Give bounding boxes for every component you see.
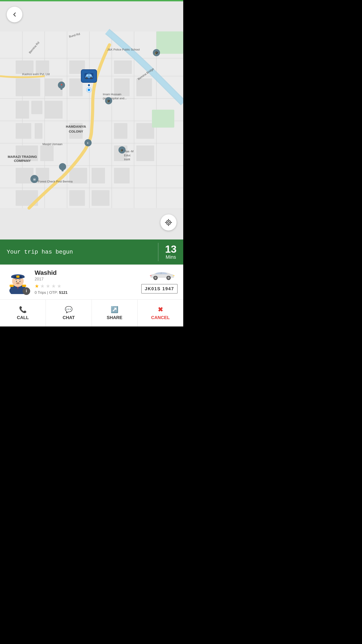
separator: | (47, 290, 49, 295)
share-label: SHARE (107, 315, 122, 320)
svg-point-100 (19, 281, 20, 282)
otp-label: OTP: (49, 290, 58, 295)
car-marker-dot (87, 84, 91, 87)
svg-rect-34 (136, 78, 152, 96)
svg-text:🎓: 🎓 (120, 149, 124, 152)
svg-text:Educ: Educ (124, 154, 131, 157)
star-4: ★ (51, 283, 56, 289)
star-2: ★ (40, 283, 45, 289)
svg-rect-102 (22, 285, 26, 287)
svg-point-84 (86, 78, 87, 78)
trip-banner: Your trip has begun 13 Mins (0, 240, 183, 264)
vehicle-info: JK01S 1947 (141, 270, 178, 294)
svg-point-105 (154, 276, 157, 279)
svg-text:Instit: Instit (124, 158, 130, 161)
cancel-label: CANCEL (151, 315, 170, 320)
trip-message: Your trip has begun (0, 240, 158, 264)
svg-text:Kashco exim Pvt. Ltd: Kashco exim Pvt. Ltd (22, 72, 50, 76)
trip-eta: 13 Mins (158, 240, 183, 264)
star-1: ★ (35, 283, 39, 289)
cancel-button[interactable]: ✖ CANCEL (138, 300, 183, 326)
trip-message-text: Your trip has begun (7, 249, 73, 255)
svg-rect-39 (136, 146, 154, 161)
svg-rect-37 (136, 123, 154, 139)
driver-stars: ★ ★ ★ ★ ★ (35, 283, 137, 289)
svg-text:MARAZI TRADING: MARAZI TRADING (8, 155, 37, 158)
trip-eta-unit: Mins (166, 254, 176, 260)
car-marker-box (81, 69, 97, 83)
svg-text:📍: 📍 (60, 84, 63, 87)
chat-button[interactable]: 💬 CHAT (46, 300, 92, 326)
call-label: CALL (17, 315, 28, 320)
svg-rect-26 (40, 146, 54, 161)
svg-rect-31 (114, 60, 132, 74)
svg-text:J&K Police Public School: J&K Police Public School (107, 48, 140, 51)
svg-point-74 (59, 163, 66, 170)
car-marker (81, 69, 97, 92)
svg-rect-17 (36, 60, 49, 74)
action-bar: 📞 CALL 💬 CHAT ↗️ SHARE ✖ CANCEL (0, 300, 183, 326)
svg-point-67 (60, 88, 62, 90)
driver-details: Washid 2017 ★ ★ ★ ★ ★ 0 Trips | OTP: 512… (35, 269, 137, 295)
progress-bar (0, 0, 183, 1)
driver-section: i Washid 2017 ★ ★ ★ ★ ★ 0 Trips | OTP: 5… (0, 264, 183, 300)
svg-point-108 (173, 275, 175, 276)
trips-count: 0 Trips (35, 290, 46, 295)
svg-text:HAMDANIYA: HAMDANIYA (66, 124, 86, 128)
svg-rect-24 (35, 123, 42, 139)
position-dot (87, 88, 91, 92)
svg-rect-42 (114, 168, 130, 184)
svg-text:Masjid Usmaan: Masjid Usmaan (42, 142, 62, 146)
star-3: ★ (46, 283, 50, 289)
svg-rect-96 (16, 276, 19, 278)
svg-rect-27 (16, 168, 33, 184)
svg-rect-23 (16, 123, 31, 139)
svg-rect-44 (92, 190, 109, 206)
svg-rect-43 (69, 190, 85, 206)
svg-rect-41 (92, 168, 105, 184)
app-container: J&K Police Public School Kashco exim Pvt… (0, 0, 183, 326)
svg-rect-80 (86, 74, 88, 76)
call-icon: 📞 (19, 306, 27, 313)
driver-trips: 0 Trips | OTP: 5121 (35, 290, 137, 295)
svg-point-99 (16, 281, 17, 282)
otp-value: 5121 (59, 290, 67, 295)
call-button[interactable]: 📞 CALL (0, 300, 46, 326)
svg-rect-32 (69, 78, 83, 96)
back-button[interactable] (7, 7, 22, 22)
share-button[interactable]: ↗️ SHARE (92, 300, 138, 326)
map-section: J&K Police Public School Kashco exim Pvt… (0, 0, 183, 240)
svg-point-109 (150, 275, 152, 276)
svg-rect-22 (45, 101, 62, 119)
svg-point-75 (61, 170, 64, 172)
svg-rect-81 (89, 74, 92, 76)
svg-text:🎓: 🎓 (155, 51, 159, 55)
driver-year: 2017 (35, 277, 137, 282)
svg-rect-21 (31, 101, 42, 114)
svg-text:Imam Hussain: Imam Hussain (103, 92, 121, 96)
location-button[interactable] (160, 214, 177, 230)
driver-avatar-wrap: i (5, 270, 30, 295)
cancel-icon: ✖ (158, 306, 163, 313)
svg-rect-16 (16, 60, 33, 74)
svg-rect-18 (16, 78, 40, 96)
svg-text:🏛: 🏛 (33, 178, 36, 181)
svg-point-107 (168, 276, 170, 279)
svg-text:☪: ☪ (87, 142, 89, 145)
star-5: ★ (57, 283, 61, 289)
svg-rect-36 (114, 123, 127, 139)
share-icon: ↗️ (111, 306, 118, 313)
driver-name: Washid (35, 269, 137, 276)
driver-info-icon[interactable]: i (22, 287, 30, 295)
vehicle-plate: JK01S 1947 (141, 284, 178, 294)
trip-eta-number: 13 (165, 244, 177, 254)
chat-icon: 💬 (65, 306, 73, 313)
svg-point-85 (91, 78, 92, 78)
svg-text:COMPANY: COMPANY (14, 159, 31, 162)
chat-label: CHAT (62, 315, 75, 320)
svg-rect-45 (152, 110, 174, 128)
svg-rect-101 (9, 285, 14, 287)
svg-text:Forest Check Post Bemina: Forest Check Post Bemina (38, 180, 73, 183)
vehicle-image (149, 270, 178, 282)
svg-point-86 (168, 222, 170, 224)
